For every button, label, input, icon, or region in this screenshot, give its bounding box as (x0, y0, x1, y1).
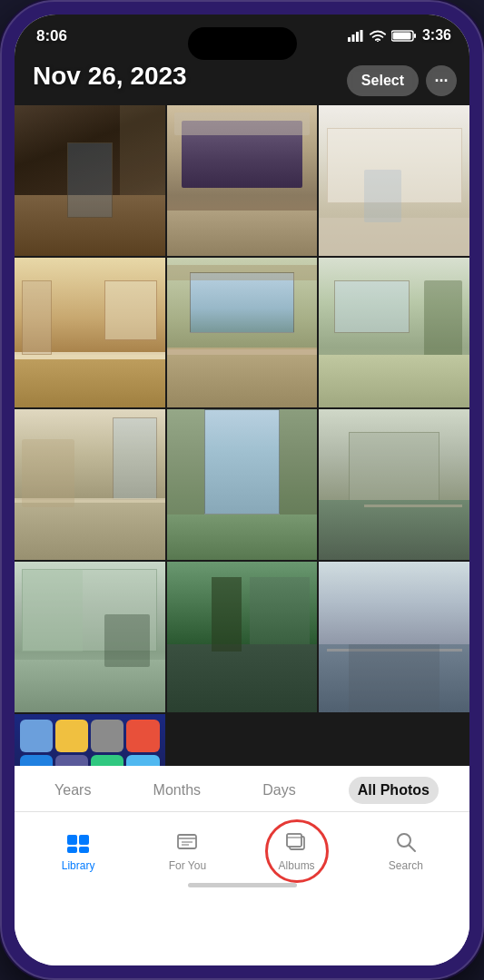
photo-cell[interactable] (15, 562, 165, 712)
tab-years[interactable]: Years (45, 777, 100, 804)
photo-cell[interactable] (319, 409, 469, 560)
date-header: Nov 26, 2023 (33, 62, 187, 91)
nav-library[interactable]: Library (46, 828, 110, 872)
more-options-button[interactable]: ··· (426, 65, 457, 96)
screen: 8:06 (15, 15, 469, 965)
albums-icon (283, 828, 311, 856)
photo-grid (15, 105, 469, 766)
svg-rect-17 (287, 834, 301, 847)
status-time-left: 8:06 (36, 27, 67, 45)
photo-cell[interactable] (319, 258, 469, 408)
svg-rect-0 (348, 37, 351, 42)
svg-rect-2 (356, 32, 359, 42)
bottom-area: Years Months Days All Photos (15, 766, 469, 965)
svg-rect-10 (67, 847, 77, 853)
tab-all-photos[interactable]: All Photos (349, 777, 439, 804)
photo-cell[interactable] (167, 258, 318, 408)
photo-grid-area: Nov 26, 2023 Select ··· (15, 15, 469, 766)
svg-point-4 (377, 40, 379, 42)
for-you-icon (173, 828, 201, 856)
search-icon (392, 828, 420, 856)
svg-rect-9 (79, 835, 89, 845)
svg-rect-11 (79, 847, 89, 853)
dynamic-island (188, 27, 297, 60)
nav-for-you[interactable]: For You (155, 828, 219, 872)
date-text: Nov 26, 2023 (33, 62, 187, 90)
nav-search[interactable]: Search (374, 828, 438, 872)
photo-cell-apps[interactable] (15, 714, 165, 766)
tab-months[interactable]: Months (144, 777, 210, 804)
view-tabs: Years Months Days All Photos (15, 766, 469, 812)
albums-label: Albums (279, 859, 315, 872)
for-you-label: For You (169, 859, 206, 872)
nav-albums[interactable]: Albums (265, 828, 329, 872)
wifi-icon (370, 30, 386, 42)
photo-cell[interactable] (15, 105, 165, 256)
photo-cell[interactable] (15, 409, 165, 560)
home-indicator-area (15, 883, 469, 887)
search-label: Search (389, 859, 423, 872)
svg-rect-7 (414, 34, 416, 38)
status-icons: 3:36 (348, 27, 451, 44)
select-button[interactable]: Select (347, 65, 419, 96)
volume-down-button[interactable] (0, 265, 2, 328)
library-label: Library (62, 859, 95, 872)
status-time-right: 3:36 (422, 27, 451, 44)
photo-cell[interactable] (167, 562, 318, 712)
photo-cell[interactable] (319, 105, 469, 256)
tab-days[interactable]: Days (253, 777, 304, 804)
svg-rect-3 (360, 30, 362, 42)
battery-icon (391, 30, 417, 42)
photo-cell[interactable] (167, 105, 318, 256)
svg-rect-8 (67, 835, 77, 845)
svg-line-21 (409, 846, 415, 852)
volume-up-button[interactable] (0, 183, 2, 247)
svg-rect-1 (351, 34, 354, 42)
photo-cell[interactable] (167, 409, 318, 560)
svg-rect-6 (392, 32, 410, 39)
phone-frame: 8:06 (0, 0, 484, 980)
signal-icon (348, 30, 364, 42)
header-buttons: Select ··· (347, 65, 457, 96)
bottom-nav: Library For You (15, 816, 469, 881)
photo-cell[interactable] (319, 562, 469, 712)
home-indicator (188, 883, 297, 887)
photo-cell[interactable] (15, 258, 165, 408)
library-icon (64, 828, 92, 856)
